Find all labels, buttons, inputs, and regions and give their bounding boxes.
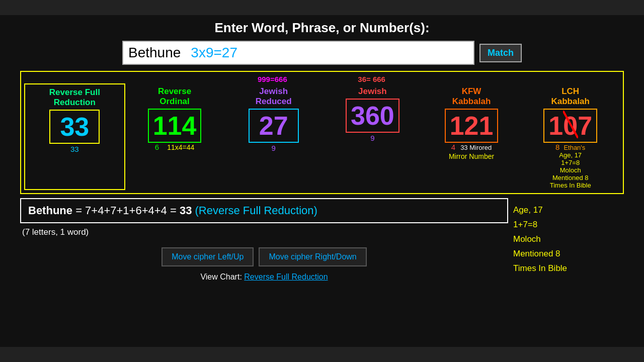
eq-formula: = 7+4+7+1+6+4+4 = <box>75 204 180 217</box>
eq-cipher: (Reverse Full Reduction) <box>195 204 317 217</box>
note-line-4: Mentioned 8 <box>513 247 624 261</box>
cipher-cell-rfr: Reverse Full Reduction 33 33 <box>24 83 125 190</box>
view-chart-row: View Chart: Reverse Full Reduction <box>20 273 508 282</box>
cipher-cell-jr: Jewish Reduced 27 9 <box>224 83 323 190</box>
jr-sub: 9 <box>272 144 276 152</box>
right-notes: Age, 17 1+7=8 Moloch Mentioned 8 Times I… <box>513 198 624 282</box>
view-chart-prefix: View Chart: <box>200 273 242 281</box>
lch-name: LCH Kabbalah <box>551 86 590 107</box>
jr-top-header: 999=666 <box>223 75 322 83</box>
j-top-header: 36= 666 <box>322 75 421 83</box>
rfr-sub: 33 <box>70 145 79 153</box>
page-title: Enter Word, Phrase, or Number(s): <box>10 20 634 36</box>
ro-number: 114 <box>148 109 202 143</box>
cipher-cell-j: Jewish 360 9 <box>323 83 422 190</box>
lch-number: 107 <box>543 109 597 143</box>
note-line-2: 1+7=8 <box>513 218 624 232</box>
ro-name: Reverse Ordinal <box>158 86 191 107</box>
jr-name: Jewish Reduced <box>256 86 292 107</box>
note-line-3: Moloch <box>513 232 624 247</box>
word-input-display[interactable]: Bethune 3x9=27 <box>122 41 474 65</box>
j-name: Jewish <box>358 86 387 97</box>
lch-extra: Age, 17 1+7=8 Moloch Mentioned 8 Times I… <box>550 151 591 189</box>
cipher-cell-ro: Reverse Ordinal 114 6 11x4=44 <box>125 83 224 190</box>
eq-word: Bethune <box>28 204 72 217</box>
equation-box: Bethune = 7+4+7+1+6+4+4 = 33 (Reverse Fu… <box>20 198 508 223</box>
jr-number: 27 <box>249 109 299 143</box>
note-line-1: Age, 17 <box>513 203 624 218</box>
j-sub: 9 <box>370 134 374 142</box>
move-left-button[interactable]: Move cipher Left/Up <box>162 247 254 266</box>
ro-sub2: 11x4=44 <box>167 143 194 151</box>
input-word: Bethune <box>128 45 181 61</box>
note-line-5: Times In Bible <box>513 261 624 276</box>
input-formula: 3x9=27 <box>191 45 237 61</box>
kfw-sub1: 4 <box>451 143 455 151</box>
cipher-cell-kfw: KFW Kabbalah 121 4 33 Mirored Mirror Num… <box>422 83 521 190</box>
kfw-number: 121 <box>445 109 499 143</box>
j-number: 360 <box>346 99 399 133</box>
kfw-name: KFW Kabbalah <box>452 86 491 107</box>
rfr-number: 33 <box>49 110 100 144</box>
kfw-sub3: Mirror Number <box>449 152 494 160</box>
cipher-grid: Reverse Full Reduction 33 33 Reverse Ord… <box>24 83 620 190</box>
letters-info: (7 letters, 1 word) <box>22 227 508 237</box>
lch-sub2: Ethan's <box>564 144 585 151</box>
view-chart-link[interactable]: Reverse Full Reduction <box>244 273 328 281</box>
rfr-name: Reverse Full Reduction <box>49 87 100 108</box>
eq-result: 33 <box>180 204 192 217</box>
lch-sub1: 8 <box>555 143 559 151</box>
move-right-button[interactable]: Move cipher Right/Down <box>259 247 366 266</box>
match-button[interactable]: Match <box>479 44 522 62</box>
kfw-sub2: 33 Mirored <box>460 144 492 151</box>
cipher-cell-lch: LCH Kabbalah 107 8 Ethan's Age, 17 1+7=8… <box>521 83 620 190</box>
svg-line-0 <box>563 111 578 138</box>
ro-sub1: 6 <box>155 143 159 151</box>
cipher-grid-wrapper: 999=666 36= 666 Reverse Full Reduction 3… <box>20 71 624 194</box>
